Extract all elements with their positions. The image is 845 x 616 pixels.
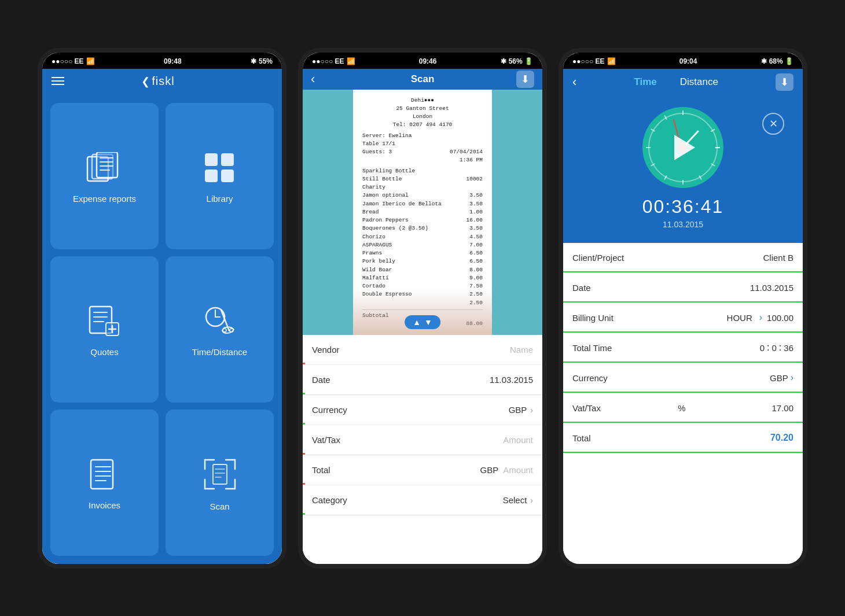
receipt-address1: 25 Ganton Street xyxy=(396,105,449,112)
date-label: Date xyxy=(312,375,490,385)
category-value: Select xyxy=(503,495,527,505)
grid-item-scan[interactable]: Scan xyxy=(166,410,274,556)
total-currency: GBP xyxy=(480,465,499,475)
client-project-row[interactable]: Client/Project Client B xyxy=(563,243,803,273)
receipt-tel: Tel: 0207 494 4170 xyxy=(393,121,453,128)
svg-rect-2 xyxy=(97,152,117,178)
scroll-up-arrow-icon: ▲ xyxy=(413,318,421,327)
time-distance-label: Time/Distance xyxy=(192,347,247,357)
bluetooth-icon-2: ✱ xyxy=(501,57,506,65)
vat-placeholder: Amount xyxy=(503,435,533,445)
currency-chevron-icon: › xyxy=(530,405,533,415)
fiskl-logo: ❮fiskl xyxy=(141,75,174,88)
receipt-date: 07/04/2014 xyxy=(450,148,483,156)
back-button[interactable]: ‹ xyxy=(311,72,315,87)
total-time-h: 0 xyxy=(760,343,765,353)
invoices-icon xyxy=(89,459,121,492)
grid-item-invoices[interactable]: Invoices xyxy=(50,410,159,556)
grid-item-expense-reports[interactable]: Expense reports xyxy=(50,103,159,249)
wifi-icon-3: 📶 xyxy=(607,57,616,65)
download-button-3[interactable]: ⬇ xyxy=(776,73,793,91)
p3-vat-value: 17.00 xyxy=(688,403,793,413)
stop-button[interactable]: ✕ xyxy=(762,113,784,135)
scan-header: ‹ Scan ⬇ xyxy=(303,69,542,90)
svg-line-38 xyxy=(699,175,701,179)
main-grid: Expense reports Library xyxy=(42,95,282,564)
svg-rect-9 xyxy=(205,169,218,182)
billing-unit-row[interactable]: Billing Unit HOUR › 100.00 xyxy=(563,303,803,333)
phone-3: ●●○○○ EE 📶 09:04 ✱ 68% 🔋 ‹ Time Distance… xyxy=(559,48,807,569)
scan-icon xyxy=(203,458,237,493)
svg-point-22 xyxy=(223,329,226,332)
grid-item-quotes[interactable]: Quotes xyxy=(50,256,159,403)
total-time-row[interactable]: Total Time 0 : 0 : 36 xyxy=(563,333,803,363)
timer-display: 00:36:41 xyxy=(642,196,724,217)
time-distance-header: ‹ Time Distance ⬇ xyxy=(563,69,803,95)
vendor-row[interactable]: Vendor Name xyxy=(303,335,542,365)
receipt-paper: Dehi●●● 25 Ganton Street London Tel: 020… xyxy=(353,90,492,335)
receipt-address2: London xyxy=(413,113,432,120)
download-button[interactable]: ⬇ xyxy=(516,71,534,88)
time-1: 09:48 xyxy=(164,57,182,65)
time-2: 09:46 xyxy=(419,57,437,65)
library-label: Library xyxy=(207,194,233,204)
signal-3: ●●○○○ EE xyxy=(572,57,605,65)
battery-3: 68% 🔋 xyxy=(769,57,793,65)
client-project-value: Client B xyxy=(763,253,793,263)
p3-currency-row[interactable]: Currency GBP › xyxy=(563,363,803,393)
p3-total-row[interactable]: Total 70.20 xyxy=(563,423,803,453)
p3-date-row[interactable]: Date 11.03.2015 xyxy=(563,273,803,303)
total-label: Total xyxy=(312,465,480,475)
vendor-label: Vendor xyxy=(312,345,510,355)
p3-currency-value: GBP xyxy=(770,373,788,383)
billing-unit-chevron-icon: › xyxy=(759,312,762,323)
status-bar-3: ●●○○○ EE 📶 09:04 ✱ 68% 🔋 xyxy=(563,53,803,69)
currency-value: GBP xyxy=(509,405,527,415)
back-button-3[interactable]: ‹ xyxy=(572,75,576,90)
total-time-label: Total Time xyxy=(572,343,760,353)
total-time-s: 36 xyxy=(784,343,793,353)
invoices-label: Invoices xyxy=(89,500,120,510)
tab-time[interactable]: Time xyxy=(622,76,668,88)
scroll-down-arrow-icon: ▼ xyxy=(424,318,432,327)
receipt-scan-area: Dehi●●● 25 Ganton Street London Tel: 020… xyxy=(303,90,542,335)
svg-rect-10 xyxy=(221,169,234,182)
category-row[interactable]: Category Select › xyxy=(303,485,542,515)
p3-vat-row[interactable]: Vat/Tax % 17.00 xyxy=(563,393,803,423)
svg-rect-24 xyxy=(91,460,113,489)
timer-area: ✕ 00:36:41 11.03.2015 xyxy=(563,95,803,243)
svg-line-37 xyxy=(711,164,715,166)
quotes-icon xyxy=(89,305,121,339)
battery-1: 55% xyxy=(259,57,273,65)
expense-reports-icon xyxy=(86,152,123,186)
date-value: 11.03.2015 xyxy=(490,375,533,385)
vat-row[interactable]: Vat/Tax Amount xyxy=(303,425,542,455)
hamburger-menu-icon[interactable] xyxy=(52,77,64,85)
p3-currency-chevron-icon: › xyxy=(791,372,793,383)
time-distance-icon xyxy=(203,305,237,339)
category-label: Category xyxy=(312,495,503,505)
bluetooth-icon-3: ✱ xyxy=(761,57,767,65)
receipt-server: Server: Ewelina xyxy=(362,132,483,140)
status-bar-2: ●●○○○ EE 📶 09:46 ✱ 56% 🔋 xyxy=(303,53,542,69)
billing-unit-label: Billing Unit xyxy=(572,313,727,323)
time-distance-form: Client/Project Client B Date 11.03.2015 … xyxy=(563,243,803,564)
total-row[interactable]: Total GBP Amount xyxy=(303,455,542,485)
svg-line-43 xyxy=(651,129,655,131)
svg-line-40 xyxy=(664,175,667,179)
vat-label: Vat/Tax xyxy=(312,435,503,445)
scroll-indicator[interactable]: ▲ ▼ xyxy=(405,315,440,329)
total-time-m: 0 xyxy=(772,343,777,353)
tab-distance[interactable]: Distance xyxy=(668,76,730,88)
grid-item-time-distance[interactable]: Time/Distance xyxy=(166,256,274,403)
phone-1: ●●○○○ EE 📶 09:48 ✱ 55% ❮fiskl xyxy=(38,48,286,569)
receipt-name: Dehi●●● xyxy=(411,97,434,104)
currency-row[interactable]: Currency GBP › xyxy=(303,395,542,425)
vendor-placeholder: Name xyxy=(510,345,533,355)
billing-unit-value: HOUR xyxy=(727,313,752,323)
timer-date: 11.03.2015 xyxy=(663,220,703,229)
receipt-table: Table 17/1 xyxy=(362,140,483,148)
receipt-guests: Guests: 3 xyxy=(362,148,392,156)
date-row[interactable]: Date 11.03.2015 xyxy=(303,365,542,395)
grid-item-library[interactable]: Library xyxy=(166,103,274,249)
